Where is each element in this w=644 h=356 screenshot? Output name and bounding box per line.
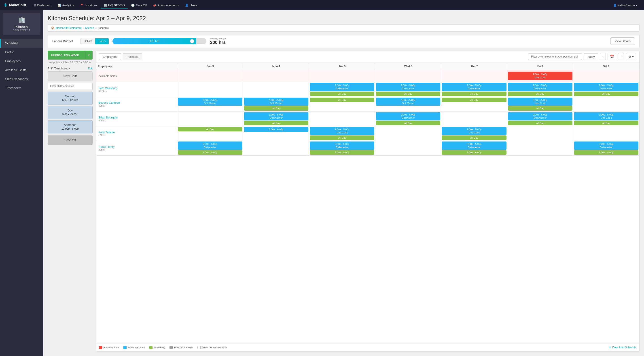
chevron-down-icon: ▾ bbox=[68, 67, 70, 70]
progress-knob[interactable] bbox=[190, 39, 194, 44]
dashboard-icon: ⊞ bbox=[34, 4, 36, 7]
cell-randi-fri[interactable] bbox=[507, 141, 573, 156]
cell-randi-thu[interactable]: 9:00a - 5:00p Dishwasher 9:00a - 6:00p bbox=[441, 141, 507, 156]
cell-brian-thu[interactable] bbox=[441, 111, 507, 126]
cell-randi-wed[interactable] bbox=[375, 141, 441, 156]
breadcrumb-dept-link[interactable]: Kitchen bbox=[85, 27, 94, 30]
download-schedule-link[interactable]: ⬇ Download Schedule bbox=[609, 346, 636, 349]
view-details-button[interactable]: View Details bbox=[610, 37, 635, 45]
template-day[interactable]: Day 9:00a - 5:00p bbox=[48, 106, 92, 119]
tab-positions[interactable]: Positions bbox=[123, 53, 142, 60]
cell-beth-tue[interactable]: 9:00a - 5:00p Dishwasher All Day bbox=[309, 82, 375, 97]
dept-card: 🏢 Kitchen DEPARTMENT bbox=[3, 13, 40, 35]
cell-beverly-thu[interactable]: All Day bbox=[441, 97, 507, 111]
new-shift-button[interactable]: New Shift bbox=[48, 71, 92, 81]
avail-fri[interactable]: 9:00a - 5:00p Line Cook bbox=[507, 70, 573, 82]
nav-departments[interactable]: 🏢 Departments bbox=[100, 2, 128, 9]
nav-dashboard[interactable]: ⊞ Dashboard bbox=[31, 2, 54, 9]
avail-thu[interactable] bbox=[441, 70, 507, 82]
nav-announcements[interactable]: 📣 Announcements bbox=[150, 2, 182, 9]
cell-beth-fri[interactable]: 9:00a - 5:00p Dishwasher All Day bbox=[507, 82, 573, 97]
schedule-toolbar: Employees Positions Today ‹ 📅 › ⚙ ▾ bbox=[96, 51, 639, 63]
schedule-panel: Employees Positions Today ‹ 📅 › ⚙ ▾ bbox=[96, 51, 640, 351]
legend-time-off-request: Time Off Request bbox=[170, 346, 193, 349]
cell-brian-tue[interactable] bbox=[309, 111, 375, 126]
breadcrumb-home-link[interactable]: MakeShift Restaurant bbox=[56, 27, 82, 30]
cell-beth-mon[interactable] bbox=[243, 82, 309, 97]
cell-randi-sat[interactable]: 9:00a - 5:00p Dishwasher 9:00a - 5:00p bbox=[573, 141, 639, 156]
avail-wed[interactable] bbox=[375, 70, 441, 82]
nav-analytics[interactable]: 📊 Analytics bbox=[54, 2, 77, 9]
shift-templates-toggle[interactable]: Shift Templates ▾ bbox=[48, 67, 70, 70]
cell-beverly-tue[interactable]: All Day bbox=[309, 97, 375, 111]
template-afternoon[interactable]: Afternoon 12:00p - 8:00p bbox=[48, 120, 92, 133]
nav-locations[interactable]: 📍 Locations bbox=[77, 2, 100, 9]
sidebar-item-available-shifts[interactable]: Available Shifts bbox=[0, 66, 43, 75]
cell-randi-mon[interactable] bbox=[243, 141, 309, 156]
cell-beth-wed[interactable]: 9:00a - 5:00p Dishwasher All Day bbox=[375, 82, 441, 97]
avail-sat[interactable] bbox=[573, 70, 639, 82]
cell-kelly-tue[interactable]: 9:00a - 5:00p Line Cook All Day bbox=[309, 126, 375, 141]
settings-button[interactable]: ⚙ ▾ bbox=[626, 53, 636, 60]
emp-name[interactable]: Beth Wiasburg bbox=[98, 86, 175, 90]
top-nav: ✳ MakeShift ⊞ Dashboard 📊 Analytics 📍 Lo… bbox=[0, 0, 644, 10]
cell-beverly-sun[interactable]: 9:00a - 5:00p Grill Master bbox=[177, 97, 243, 111]
cell-randi-sun[interactable]: 9:00a - 5:00p Dishwasher 9:00a - 5:00p bbox=[177, 141, 243, 156]
cell-beth-sun[interactable] bbox=[177, 82, 243, 97]
cell-randi-tue[interactable]: 9:00a - 5:00p Dishwasher 9:00a - 5:00p bbox=[309, 141, 375, 156]
publish-dropdown-arrow[interactable]: ▾ bbox=[85, 51, 92, 60]
sidebar-item-timesheets[interactable]: Timesheets bbox=[0, 84, 43, 92]
sidebar-item-profile[interactable]: Profile bbox=[0, 48, 43, 57]
schedule-filter-input[interactable] bbox=[528, 53, 582, 60]
publish-button[interactable]: Publish This Week bbox=[48, 51, 85, 60]
today-button[interactable]: Today bbox=[584, 53, 598, 60]
sidebar-item-schedule[interactable]: Schedule bbox=[0, 39, 43, 48]
nav-users[interactable]: 👤 Users bbox=[182, 2, 200, 9]
cell-beverly-mon[interactable]: 9:00a - 5:00p Grill Master All Day bbox=[243, 97, 309, 111]
edit-link[interactable]: Edit bbox=[88, 67, 92, 70]
tab-employees[interactable]: Employees bbox=[99, 53, 121, 60]
cell-brian-wed[interactable]: 9:00a - 5:00p Dishwasher All Day bbox=[375, 111, 441, 126]
progress-bar-fill: 178 hrs bbox=[112, 38, 196, 44]
time-off-button[interactable]: Time Off bbox=[48, 135, 92, 145]
next-week-button[interactable]: › bbox=[618, 53, 624, 60]
template-morning[interactable]: Morning 6:00 - 12:00p bbox=[48, 92, 92, 105]
cell-brian-sat[interactable]: 9:00a - 5:00p Line Cook All Day bbox=[573, 111, 639, 126]
user-menu[interactable]: 👤 Kellin Carson ▾ bbox=[610, 2, 640, 9]
cell-kelly-fri[interactable] bbox=[507, 126, 573, 141]
sidebar-item-shift-exchanges[interactable]: Shift Exchanges bbox=[0, 75, 43, 84]
emp-name[interactable]: Kelly Temple bbox=[98, 130, 175, 134]
cell-kelly-mon[interactable]: 8:00a - 6:00p bbox=[243, 126, 309, 141]
cell-beverly-fri[interactable]: 9:00a - 5:00p Line Cook All Day bbox=[507, 97, 573, 111]
cell-brian-mon[interactable]: 9:00a - 5:00p Dishwasher All Day bbox=[243, 111, 309, 126]
dollars-btn[interactable]: Dollars bbox=[81, 38, 95, 44]
weekly-budget-label: Weekly Budget bbox=[210, 37, 239, 40]
emp-name[interactable]: Beverly Canteen bbox=[98, 101, 175, 104]
cell-beverly-wed[interactable]: 9:00a - 5:00p Grill Master bbox=[375, 97, 441, 111]
calendar-button[interactable]: 📅 bbox=[608, 53, 616, 60]
avail-sun[interactable] bbox=[177, 70, 243, 82]
cell-kelly-sat[interactable] bbox=[573, 126, 639, 141]
emp-name[interactable]: Brian Bourquin bbox=[98, 116, 175, 119]
cell-kelly-wed[interactable] bbox=[375, 126, 441, 141]
avail-tue[interactable] bbox=[309, 70, 375, 82]
emp-name[interactable]: Randi Henry bbox=[98, 145, 175, 148]
cell-brian-sun[interactable] bbox=[177, 111, 243, 126]
hours-btn[interactable]: Hours bbox=[95, 38, 109, 44]
filter-templates-input[interactable] bbox=[48, 83, 92, 90]
cell-kelly-thu[interactable]: 9:00a - 5:00p Line Cook All Day bbox=[441, 126, 507, 141]
cell-beth-sat[interactable]: 9:00a - 5:00p Dishwasher All Day bbox=[573, 82, 639, 97]
sidebar-item-employees[interactable]: Employees bbox=[0, 57, 43, 66]
prev-week-button[interactable]: ‹ bbox=[600, 53, 606, 60]
timeoff-icon: 🕐 bbox=[131, 4, 134, 7]
legend-other-dept: Other Department Shift bbox=[198, 346, 227, 349]
cell-brian-fri[interactable]: 9:00a - 5:00p Dishwasher All Day bbox=[507, 111, 573, 126]
cell-beth-thu[interactable]: 9:00a - 5:00p Dishwasher All Day bbox=[441, 82, 507, 97]
cell-kelly-sun[interactable]: All Day bbox=[177, 126, 243, 141]
user-icon: 👤 bbox=[613, 4, 617, 7]
nav-timeoff[interactable]: 🕐 Time Off bbox=[128, 2, 150, 9]
cell-beverly-sat[interactable] bbox=[573, 97, 639, 111]
last-published: last published: Mar 28, 2022 at 3:00pm bbox=[48, 61, 92, 64]
avail-mon[interactable] bbox=[243, 70, 309, 82]
avail-shift-block[interactable]: 9:00a - 5:00p Line Cook bbox=[508, 72, 572, 80]
